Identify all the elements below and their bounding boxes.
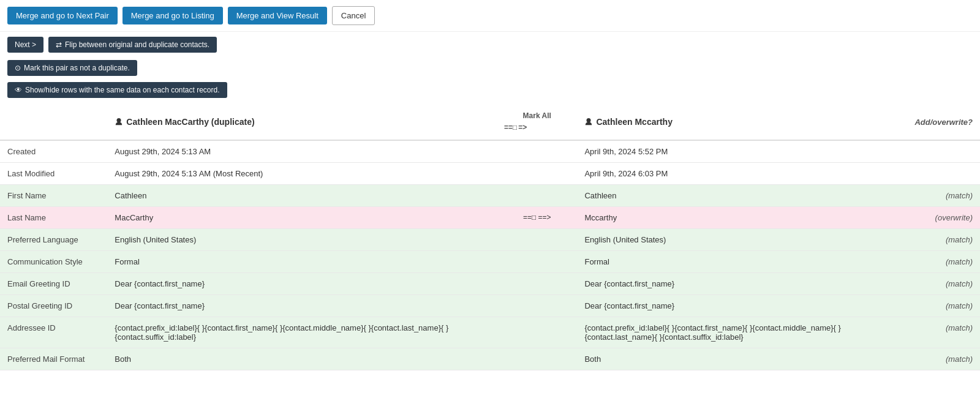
mark-all-label: Mark All [523, 111, 551, 120]
cell-status: (match) [899, 229, 980, 251]
table-row: Preferred LanguageEnglish (United States… [0, 229, 980, 251]
flip-label: Flip between original and duplicate cont… [65, 40, 209, 49]
next-button[interactable]: Next > [7, 37, 43, 53]
mark-all-arrows[interactable]: ==□ => [504, 122, 570, 133]
cell-status: (match) [899, 185, 980, 207]
cell-original-value: English (United States) [577, 229, 899, 251]
cell-original-value: Formal [577, 251, 899, 273]
cell-merge-action [497, 348, 578, 370]
show-hide-button[interactable]: 👁 Show/hide rows with the same data on e… [7, 82, 227, 98]
cell-label: Created [0, 140, 107, 163]
table-row: Addressee ID{contact.prefix_id:label}{ }… [0, 317, 980, 348]
top-toolbar: Merge and go to Next Pair Merge and go t… [0, 0, 980, 32]
cell-duplicate-value: Dear {contact.first_name} [107, 273, 497, 295]
table-row: Last NameMacCarthy==□ ==>Mccarthy(overwr… [0, 207, 980, 229]
th-mark-all: Mark All ==□ => [497, 104, 578, 140]
cell-status: (match) [899, 348, 980, 370]
table-row: CreatedAugust 29th, 2024 5:13 AMApril 9t… [0, 140, 980, 163]
table-body: CreatedAugust 29th, 2024 5:13 AMApril 9t… [0, 140, 980, 370]
show-hide-label: Show/hide rows with the same data on eac… [25, 86, 220, 94]
cell-status: (match) [899, 295, 980, 317]
cell-label: Last Modified [0, 163, 107, 185]
merge-view-button[interactable]: Merge and View Result [228, 7, 327, 24]
flip-icon: ⇄ [56, 40, 62, 49]
cell-status: (match) [899, 251, 980, 273]
cell-status: (overwrite) [899, 207, 980, 229]
cell-status: (match) [899, 273, 980, 295]
cell-merge-action [497, 229, 578, 251]
merge-listing-button[interactable]: Merge and go to Listing [123, 7, 223, 24]
cell-original-value: Both [577, 348, 899, 370]
table-row: First NameCathleenCathleen(match) [0, 185, 980, 207]
table-row: Last ModifiedAugust 29th, 2024 5:13 AM (… [0, 163, 980, 185]
cell-label: Addressee ID [0, 317, 107, 348]
cell-original-value: Dear {contact.first_name} [577, 295, 899, 317]
cell-original-value: Mccarthy [577, 207, 899, 229]
cell-duplicate-value: Dear {contact.first_name} [107, 295, 497, 317]
merge-arrow[interactable]: ==□ ==> [504, 213, 570, 222]
mark-not-duplicate-row: ⊙ Mark this pair as not a duplicate. [0, 58, 980, 78]
table-row: Communication StyleFormalFormal(match) [0, 251, 980, 273]
user-icon-original [584, 118, 593, 126]
mark-not-duplicate-button[interactable]: ⊙ Mark this pair as not a duplicate. [7, 60, 137, 76]
cell-original-value: Dear {contact.first_name} [577, 273, 899, 295]
show-hide-row: 👁 Show/hide rows with the same data on e… [0, 78, 980, 104]
th-status: Add/overwrite? [899, 104, 980, 140]
cell-merge-action [497, 163, 578, 185]
cell-duplicate-value: Formal [107, 251, 497, 273]
cell-merge-action [497, 317, 578, 348]
cell-status [899, 163, 980, 185]
merge-table: Cathleen MacCarthy (duplicate) Mark All … [0, 104, 980, 370]
merge-next-button[interactable]: Merge and go to Next Pair [7, 7, 118, 24]
cell-label: Postal Greeting ID [0, 295, 107, 317]
table-row: Preferred Mail FormatBothBoth(match) [0, 348, 980, 370]
cell-label: Communication Style [0, 251, 107, 273]
user-icon-duplicate [115, 118, 123, 126]
next-label: Next > [15, 40, 36, 49]
cell-label: Preferred Mail Format [0, 348, 107, 370]
cell-merge-action [497, 273, 578, 295]
th-original-label: Cathleen Mccarthy [596, 117, 672, 127]
cell-merge-action[interactable]: ==□ ==> [497, 207, 578, 229]
th-label [0, 104, 107, 140]
table-row: Email Greeting IDDear {contact.first_nam… [0, 273, 980, 295]
mark-not-duplicate-icon: ⊙ [15, 64, 21, 72]
cell-duplicate-value: English (United States) [107, 229, 497, 251]
cell-status: (match) [899, 317, 980, 348]
cell-status [899, 140, 980, 163]
svg-point-1 [587, 118, 591, 122]
cell-label: Preferred Language [0, 229, 107, 251]
cell-label: Email Greeting ID [0, 273, 107, 295]
cell-original-value: {contact.prefix_id:label}{ }{contact.fir… [577, 317, 899, 348]
cell-label: First Name [0, 185, 107, 207]
cell-original-value: Cathleen [577, 185, 899, 207]
table-header-row: Cathleen MacCarthy (duplicate) Mark All … [0, 104, 980, 140]
cell-duplicate-value: August 29th, 2024 5:13 AM (Most Recent) [107, 163, 497, 185]
cell-original-value: April 9th, 2024 6:03 PM [577, 163, 899, 185]
cell-duplicate-value: {contact.prefix_id:label}{ }{contact.fir… [107, 317, 497, 348]
cancel-button[interactable]: Cancel [332, 6, 375, 25]
cell-duplicate-value: Both [107, 348, 497, 370]
table-row: Postal Greeting IDDear {contact.first_na… [0, 295, 980, 317]
cell-merge-action [497, 185, 578, 207]
th-original: Cathleen Mccarthy [577, 104, 899, 140]
svg-point-0 [117, 118, 121, 122]
cell-merge-action [497, 251, 578, 273]
cell-duplicate-value: August 29th, 2024 5:13 AM [107, 140, 497, 163]
th-duplicate-label: Cathleen MacCarthy (duplicate) [126, 117, 254, 127]
mark-not-duplicate-label: Mark this pair as not a duplicate. [24, 64, 130, 72]
merge-table-container: Cathleen MacCarthy (duplicate) Mark All … [0, 104, 980, 370]
secondary-toolbar: Next > ⇄ Flip between original and dupli… [0, 32, 980, 58]
show-hide-icon: 👁 [15, 86, 22, 94]
cell-merge-action [497, 295, 578, 317]
th-duplicate: Cathleen MacCarthy (duplicate) [107, 104, 497, 140]
cell-label: Last Name [0, 207, 107, 229]
flip-button[interactable]: ⇄ Flip between original and duplicate co… [48, 37, 217, 53]
cell-original-value: April 9th, 2024 5:52 PM [577, 140, 899, 163]
cell-duplicate-value: Cathleen [107, 185, 497, 207]
cell-duplicate-value: MacCarthy [107, 207, 497, 229]
cell-merge-action [497, 140, 578, 163]
